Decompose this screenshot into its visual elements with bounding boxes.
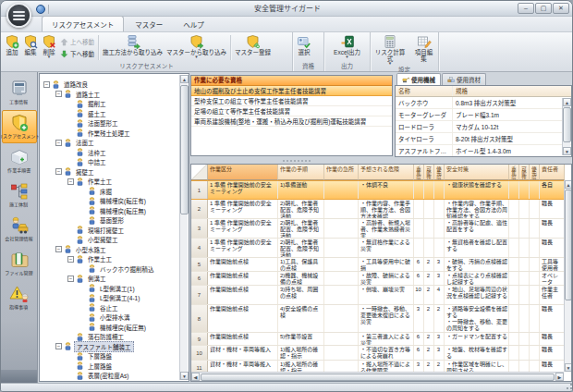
tree-item[interactable]: 下層路盤 <box>43 351 179 361</box>
table-row[interactable]: 11 準備 作業開始前の安全ミーティング1)準備運動・体調不良・健康状態を確認す… <box>191 180 564 200</box>
tree-item[interactable]: −法面工 <box>43 138 179 148</box>
tree-vertical-scrollbar[interactable]: ▲ ▼ <box>179 75 188 380</box>
tree-item[interactable]: 上層路盤 <box>43 361 179 372</box>
tree-item[interactable]: 中詰工 <box>43 157 179 167</box>
sidebar-item-risk-assessment[interactable]: リスクアセスメント <box>2 110 37 143</box>
sidebar-item-work-procedure[interactable]: 作業手順書 <box>2 144 37 178</box>
tree-item[interactable]: −道路土工 <box>43 90 179 100</box>
move-down-button[interactable]: 下へ移動 <box>60 49 94 58</box>
tree-item[interactable]: 小型擁壁工 <box>43 235 179 245</box>
machine-row[interactable]: ロードローラマカダム 10-12t <box>396 121 571 133</box>
about-icon[interactable] <box>36 5 45 14</box>
table-row[interactable]: 41 準備 作業開始前の安全ミーティング2)朝礼、作業者配置、危険予知活動・無資… <box>191 239 564 258</box>
table-row[interactable]: 11資材・機材・車両等搬入1)搬入場所の確認・指示・搬入場所不適による作業障害3… <box>191 361 564 372</box>
table-vertical-scrollbar[interactable]: ▲ ▼ <box>564 180 571 372</box>
tree-item[interactable]: 表層(密粒度As) <box>43 371 179 380</box>
tree-item[interactable]: −擁壁工 <box>43 167 179 178</box>
collapse-toggle-icon[interactable]: − <box>55 140 62 146</box>
machine-row[interactable]: アスファルトフィニッシャホイール型 1.4-3.0m <box>396 145 571 157</box>
machine-name: アスファルトフィニッシャ <box>396 145 453 156</box>
close-button[interactable]: ✕ <box>553 3 569 14</box>
tab-master[interactable]: マスター <box>126 17 172 31</box>
table-cell: 職長 <box>540 346 564 360</box>
table-cell <box>434 219 445 238</box>
tree-item[interactable]: 基面整形 <box>43 215 179 226</box>
minimize-button[interactable]: – <box>518 3 534 14</box>
tree-item[interactable]: L型側溝工(1) <box>43 284 179 294</box>
tree-item[interactable]: 機械埋戻(転圧無) <box>43 206 179 216</box>
table-row[interactable]: 8作業開始前点検4)安全設備の点検・一時撤去、移動、変更後未復旧による災害322… <box>191 305 564 333</box>
tree-item[interactable]: 現場打擁壁工 <box>43 226 179 236</box>
table-row[interactable]: 31 準備 作業開始前の安全ミーティング2)朝礼、作業者配置、危険予知活動・高齢… <box>191 219 564 239</box>
qualification-item[interactable]: 型枠支保工の組立て等作業主任者技能講習 <box>191 96 392 106</box>
table-row[interactable]: 7作業開始前点検3)持ち場、周囲の点検・倒壊、崩壊災害1024・地山、足場等周辺… <box>191 286 564 305</box>
tree-item[interactable]: −アスファルト舗装工 <box>43 342 179 352</box>
tree-item[interactable]: 盛土工 <box>43 109 179 119</box>
excel-export-button[interactable]: Excel出力 ▼ <box>332 33 362 62</box>
tree-item[interactable]: 法面整形工 <box>43 118 179 129</box>
sidebar-item-company-info[interactable]: 会社管理情報 <box>2 213 37 246</box>
tree-item[interactable]: −小型水路工 <box>43 245 179 255</box>
add-button[interactable]: 追加 <box>3 33 21 62</box>
tree-item[interactable]: −作業土工 <box>43 254 179 264</box>
table-row[interactable]: 9作業開始前点検5)作業帯設置・第三者進入による災害623・ガードマンを配置する… <box>191 333 564 346</box>
table-row[interactable]: 21 準備 作業開始前の安全ミーティング2)朝礼、作業者配置、危険予知活動・作業… <box>191 200 564 219</box>
tab-help[interactable]: ヘルプ <box>174 17 213 31</box>
import-from-method-button[interactable]: 施工方法から取り込み <box>101 33 165 62</box>
tree-item[interactable]: L型側溝工(4-1) <box>43 293 179 303</box>
collapse-toggle-icon[interactable]: − <box>67 276 74 282</box>
table-row[interactable]: 5作業開始前点検1)工具、保護具の点検・工具等使用中に破損623・破損、汚損の点… <box>191 258 564 272</box>
table-horizontal-scrollbar[interactable]: ◀ ▶ <box>191 372 564 381</box>
collapse-toggle-icon[interactable]: − <box>67 256 74 263</box>
horizontal-splitter[interactable] <box>269 160 324 163</box>
maximize-button[interactable]: ▢ <box>535 3 552 14</box>
sidebar-item-construction-info[interactable]: 工事情報 <box>2 76 37 109</box>
edit-button[interactable]: 編集 <box>21 33 40 62</box>
sidebar-item-file-management[interactable]: ファイル管理 <box>2 247 37 280</box>
collapse-toggle-icon[interactable]: − <box>67 178 74 185</box>
column-header: 作業の急所 <box>324 165 359 180</box>
delete-button[interactable]: 削除 ▼ <box>40 33 58 62</box>
tab-risk-assessment[interactable]: リスクアセスメント <box>42 16 124 31</box>
tree-item[interactable]: −作業土工 <box>43 177 179 187</box>
resize-grip-icon[interactable] <box>565 384 572 391</box>
collapse-toggle-icon[interactable]: − <box>55 343 62 349</box>
tree-item[interactable]: バックホウ掘削積込 <box>43 264 179 275</box>
tree-item[interactable]: 法枠工 <box>43 148 179 158</box>
tree-item[interactable]: 小型排水溝 <box>43 312 179 323</box>
sidebar-item-org-structure[interactable]: 施工体制 <box>2 178 37 212</box>
qualification-item[interactable]: 足場の組立て等作業主任者技能講習 <box>191 106 392 116</box>
tree-item[interactable]: 谷止工 <box>43 303 179 313</box>
tree-item[interactable]: 掘削工 <box>43 99 179 109</box>
tree-item[interactable]: 機械埋戻(転圧有) <box>43 196 179 206</box>
tree-item[interactable]: 床掘 <box>43 187 179 197</box>
collapse-toggle-icon[interactable]: − <box>55 246 62 252</box>
tree-item[interactable]: −側溝工 <box>43 274 179 284</box>
collapse-toggle-icon[interactable]: − <box>55 168 62 175</box>
import-from-master-button[interactable]: マスターから取り込み ▼ <box>165 33 228 62</box>
qualification-item[interactable]: 車両系建設機械(整地・運搬・積込み用及び掘削用)運転技能講習 <box>191 116 392 127</box>
machine-row[interactable]: バックホウ0.8m3 排出ガス対策型 <box>396 97 571 109</box>
tree-item[interactable]: −道路改良 <box>43 80 179 90</box>
qualification-item[interactable]: 地山の掘削及び土止め支保工作業主任者技能講習 <box>191 86 392 96</box>
machinery-vertical-scrollbar[interactable]: ▲ ▼ <box>562 98 570 155</box>
machine-row[interactable]: タイヤローラ8-20t 排出ガス対策型 <box>396 133 571 145</box>
sidebar-item-guidance[interactable]: 指導事項 <box>2 281 37 314</box>
item-edit-button[interactable]: 項目編集 <box>411 33 436 66</box>
table-row[interactable]: 10資材・機材・車両等搬入1)搬入場所の確認・指示・不適切な置き方等による荷崩れ… <box>191 346 564 361</box>
tree-item[interactable]: 作業残土処理工 <box>43 129 179 139</box>
machine-row[interactable]: モーターグレーダブレード幅3.1m <box>396 109 571 121</box>
tab-used-machinery[interactable]: 使用機械 <box>396 73 441 85</box>
tree-item[interactable]: 機械埋戻(転圧無) <box>43 323 179 333</box>
risk-formula-button[interactable]: リスク計算式 ▼ <box>372 33 408 66</box>
table-row[interactable]: 6作業開始前点検2)機器、機械設備の点検・故障、破損による災害623・点検表によ… <box>191 272 564 286</box>
master-register-button[interactable]: マスター登録 <box>233 33 273 62</box>
worker-icon <box>76 236 84 244</box>
collapse-toggle-icon[interactable]: − <box>55 91 62 97</box>
collapse-toggle-icon[interactable]: − <box>43 81 50 88</box>
application-menu-button[interactable] <box>6 3 31 28</box>
worker-icon <box>88 264 96 273</box>
select-button[interactable]: 選択 <box>295 33 313 62</box>
worker-icon <box>76 361 84 370</box>
tab-used-materials[interactable]: 使用資材 <box>442 73 486 85</box>
